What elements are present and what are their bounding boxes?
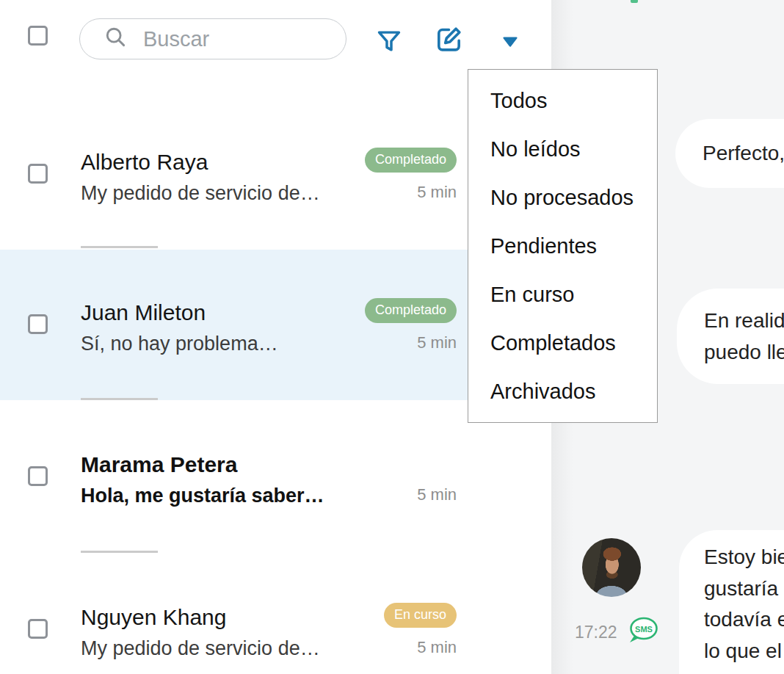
menu-item-pendientes[interactable]: Pendientes (468, 222, 657, 270)
row-checkbox[interactable] (28, 619, 48, 639)
filter-icon[interactable] (375, 26, 403, 59)
sms-icon-clipped (631, 0, 638, 3)
menu-item-completados[interactable]: Completados (468, 319, 657, 367)
conversation-time: 5 min (417, 333, 457, 352)
menu-item-todos[interactable]: Todos (468, 76, 657, 125)
filter-dropdown-menu: Todos No leídos No procesados Pendientes… (468, 69, 658, 423)
sms-channel-icon: SMS (627, 615, 659, 649)
menu-item-archivados[interactable]: Archivados (468, 367, 657, 416)
chat-bubble: En realid puedo lle (677, 289, 784, 384)
select-all-checkbox[interactable] (28, 26, 48, 46)
contact-name: Alberto Raya (81, 149, 208, 175)
messaging-app: Alberto Raya My pedido de servicio de… C… (0, 0, 784, 674)
contact-name: Marama Petera (81, 452, 237, 478)
conversation-row[interactable]: Nguyen Khang My pedido de servicio de… E… (0, 554, 551, 674)
chat-bubble: Perfecto, (675, 119, 784, 188)
row-checkbox[interactable] (28, 314, 48, 334)
row-divider (81, 246, 158, 248)
compose-icon[interactable] (434, 24, 464, 57)
search-bar[interactable] (79, 18, 346, 59)
svg-text:SMS: SMS (635, 625, 653, 634)
message-time: 17:22 (575, 623, 617, 642)
avatar (582, 538, 641, 597)
search-icon (104, 25, 128, 53)
filter-dropdown-caret-icon[interactable] (501, 35, 519, 51)
message-preview: Hola, me gustaría saber… (81, 484, 324, 507)
menu-item-no-procesados[interactable]: No procesados (468, 173, 657, 222)
message-preview: Sí, no hay problema… (81, 332, 278, 355)
menu-item-en-curso[interactable]: En curso (468, 270, 657, 319)
row-divider (81, 551, 158, 553)
status-badge: En curso (384, 603, 457, 628)
message-preview: My pedido de servicio de… (81, 181, 320, 205)
row-checkbox[interactable] (28, 164, 48, 184)
chat-bubble: Estoy bie gustaría todavía e lo que el a… (679, 530, 784, 674)
conversation-time: 5 min (417, 485, 457, 504)
status-badge: Completado (365, 148, 457, 173)
menu-item-no-leidos[interactable]: No leídos (468, 125, 657, 173)
contact-name: Nguyen Khang (81, 604, 227, 631)
conversation-time: 5 min (417, 183, 457, 202)
message-meta: 17:22 SMS (575, 615, 659, 649)
message-preview: My pedido de servicio de… (81, 637, 320, 660)
conversation-time: 5 min (417, 638, 457, 657)
status-badge: Completado (365, 298, 457, 323)
conversation-row[interactable]: Marama Petera Hola, me gustaría saber… 5… (0, 402, 551, 553)
row-divider (81, 398, 158, 400)
contact-name: Juan Mileton (81, 300, 206, 326)
search-input[interactable] (143, 27, 305, 51)
row-checkbox[interactable] (28, 466, 48, 486)
